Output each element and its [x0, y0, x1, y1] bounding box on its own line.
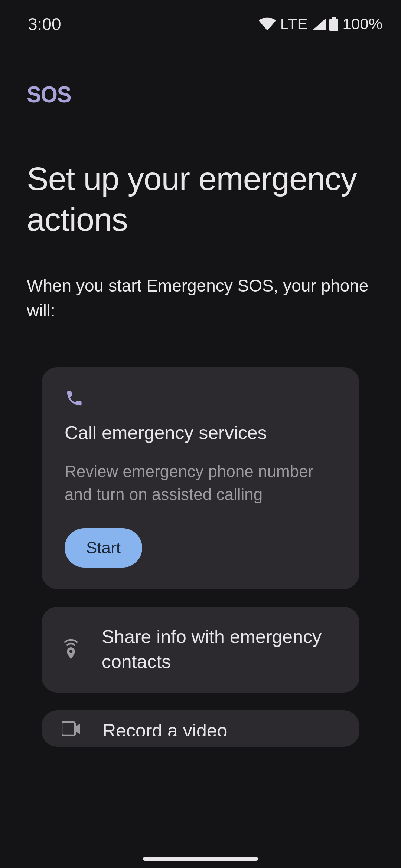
card-call-emergency[interactable]: Call emergency services Review emergency…: [42, 367, 359, 589]
lte-label: LTE: [280, 15, 308, 33]
battery-percent: 100%: [343, 15, 382, 33]
svg-rect-3: [62, 722, 75, 736]
card-description: Review emergency phone number and turn o…: [65, 460, 336, 506]
card-share-info[interactable]: Share info with emergency contacts: [42, 607, 359, 693]
page-title: Set up your emergency actions: [27, 158, 374, 240]
battery-icon: [329, 17, 338, 32]
main-content: SOS Set up your emergency actions When y…: [0, 37, 401, 747]
signal-icon: [312, 17, 326, 31]
svg-rect-0: [332, 17, 335, 19]
start-button[interactable]: Start: [65, 528, 142, 568]
sos-badge: SOS: [27, 80, 374, 108]
video-icon: [62, 719, 81, 739]
page-subtitle: When you start Emergency SOS, your phone…: [27, 273, 374, 323]
status-time: 3:00: [28, 14, 61, 34]
status-right: LTE 100%: [259, 15, 382, 33]
card-title: Share info with emergency contacts: [102, 625, 339, 675]
wifi-icon: [259, 17, 276, 31]
phone-icon: [65, 389, 84, 408]
status-bar: 3:00 LTE 100%: [0, 0, 401, 37]
cards-container: Call emergency services Review emergency…: [27, 367, 374, 746]
svg-rect-1: [329, 19, 338, 31]
card-title: Record a video: [102, 721, 227, 736]
svg-point-2: [69, 650, 73, 653]
card-title: Call emergency services: [65, 422, 336, 444]
card-record-video[interactable]: Record a video: [42, 710, 359, 747]
location-share-icon: [62, 640, 80, 659]
nav-handle[interactable]: [143, 857, 258, 861]
